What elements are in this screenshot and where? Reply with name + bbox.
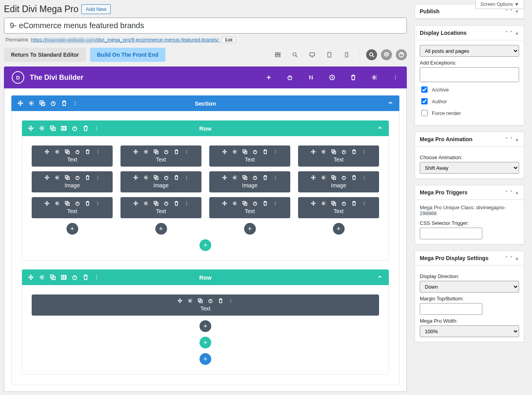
move-icon[interactable] — [133, 175, 138, 180]
gear-icon[interactable] — [55, 201, 59, 206]
force-render-checkbox[interactable] — [421, 110, 428, 116]
dots-icon[interactable] — [95, 201, 100, 206]
move-icon[interactable] — [18, 101, 23, 106]
image-module[interactable]: Image — [209, 171, 290, 192]
move-icon[interactable] — [178, 298, 182, 303]
gear-icon[interactable] — [144, 149, 148, 154]
dots-icon[interactable] — [228, 298, 233, 303]
add-module-button[interactable]: + — [244, 223, 256, 235]
gear-icon[interactable] — [321, 175, 326, 180]
row-bar[interactable]: Row — [22, 269, 389, 285]
power-icon[interactable] — [75, 201, 80, 206]
screen-options-tab[interactable]: Screen Options ▼ — [475, 0, 524, 9]
move-icon[interactable] — [28, 275, 34, 280]
copy-icon[interactable] — [154, 201, 158, 206]
post-title-input[interactable] — [4, 18, 407, 34]
css-selector-input[interactable] — [420, 228, 482, 239]
copy-icon[interactable] — [331, 149, 336, 154]
header-menu-icon[interactable] — [392, 74, 399, 81]
gear-icon[interactable] — [39, 275, 45, 280]
chevron-up-icon[interactable]: ˄ — [505, 9, 508, 14]
copy-icon[interactable] — [65, 201, 70, 206]
power-icon[interactable] — [72, 126, 77, 131]
add-module-button[interactable]: + — [66, 223, 78, 235]
header-history-icon[interactable] — [329, 74, 336, 81]
header-power-icon[interactable] — [286, 74, 293, 81]
gear-icon[interactable] — [232, 175, 237, 180]
power-icon[interactable] — [341, 175, 346, 180]
dots-icon[interactable] — [94, 275, 99, 280]
dots-icon[interactable] — [273, 175, 278, 180]
move-icon[interactable] — [45, 201, 49, 206]
move-icon[interactable] — [222, 149, 227, 154]
direction-select[interactable]: Down — [420, 281, 519, 293]
dots-icon[interactable] — [95, 175, 100, 180]
exceptions-input[interactable] — [420, 67, 519, 82]
add-row-button[interactable]: + — [200, 239, 211, 251]
tablet-icon[interactable] — [323, 48, 336, 61]
copy-icon[interactable] — [65, 175, 70, 180]
toggle-icon[interactable]: ▼ — [515, 9, 519, 14]
text-module[interactable]: Text — [209, 145, 290, 167]
header-trash-icon[interactable] — [350, 74, 357, 81]
image-module[interactable]: Image — [120, 171, 201, 192]
move-icon[interactable] — [222, 175, 227, 180]
trash-icon[interactable] — [85, 149, 90, 154]
trash-icon[interactable] — [83, 275, 88, 280]
gear-icon[interactable] — [144, 175, 148, 180]
width-select[interactable]: 100% — [420, 325, 519, 337]
text-module[interactable]: Text — [298, 145, 379, 167]
copy-icon[interactable] — [154, 175, 158, 180]
image-module[interactable]: Image — [298, 171, 379, 192]
copy-icon[interactable] — [243, 175, 247, 180]
build-front-end-button[interactable]: Build On The Front End — [90, 48, 165, 62]
move-icon[interactable] — [133, 201, 138, 206]
dots-icon[interactable] — [273, 149, 278, 154]
dots-icon[interactable] — [273, 201, 278, 206]
power-icon[interactable] — [164, 175, 169, 180]
dots-icon[interactable] — [94, 126, 99, 131]
add-module-button[interactable]: + — [200, 320, 211, 332]
trash-icon[interactable] — [174, 201, 179, 206]
gear-icon[interactable] — [232, 149, 237, 154]
header-sliders-icon[interactable] — [307, 74, 315, 81]
header-add-icon[interactable] — [265, 74, 272, 81]
power-icon[interactable] — [75, 175, 80, 180]
chevron-up-icon[interactable] — [377, 125, 383, 132]
dots-icon[interactable] — [95, 149, 100, 154]
trash-icon[interactable] — [352, 149, 356, 154]
copy-icon[interactable] — [50, 275, 56, 280]
gear-icon[interactable] — [144, 201, 148, 206]
power-icon[interactable] — [208, 298, 213, 303]
copy-icon[interactable] — [331, 201, 336, 206]
edit-permalink-button[interactable]: Edit — [221, 37, 236, 43]
copy-icon[interactable] — [198, 298, 203, 303]
gear-icon[interactable] — [55, 149, 59, 154]
row-bar[interactable]: Row — [22, 120, 389, 136]
trash-icon[interactable] — [263, 175, 268, 180]
zoom-icon[interactable] — [288, 48, 302, 61]
text-module[interactable]: Text — [32, 145, 113, 167]
permalink-link[interactable]: https://example-website.com/divi_mega_pr… — [31, 37, 220, 43]
columns-icon[interactable] — [61, 126, 66, 131]
trash-icon[interactable] — [352, 201, 356, 206]
gear-icon[interactable] — [39, 126, 45, 131]
trash-icon[interactable] — [61, 101, 67, 106]
trash-icon[interactable] — [352, 175, 356, 180]
move-icon[interactable] — [311, 149, 316, 154]
trash-icon[interactable] — [83, 126, 88, 131]
move-icon[interactable] — [45, 175, 49, 180]
trash-icon[interactable] — [263, 149, 268, 154]
add-module-button[interactable]: + — [155, 223, 167, 235]
image-module[interactable]: Image — [32, 171, 113, 192]
power-icon[interactable] — [253, 175, 257, 180]
wireframe-icon[interactable] — [271, 48, 284, 61]
section-bar[interactable]: Section — [11, 95, 399, 111]
trash-icon[interactable] — [218, 298, 223, 303]
power-icon[interactable] — [75, 149, 80, 154]
move-icon[interactable] — [311, 175, 316, 180]
power-icon[interactable] — [341, 201, 346, 206]
gear-icon[interactable] — [321, 149, 326, 154]
text-module[interactable]: Text — [120, 145, 201, 167]
gear-icon[interactable] — [29, 101, 34, 106]
